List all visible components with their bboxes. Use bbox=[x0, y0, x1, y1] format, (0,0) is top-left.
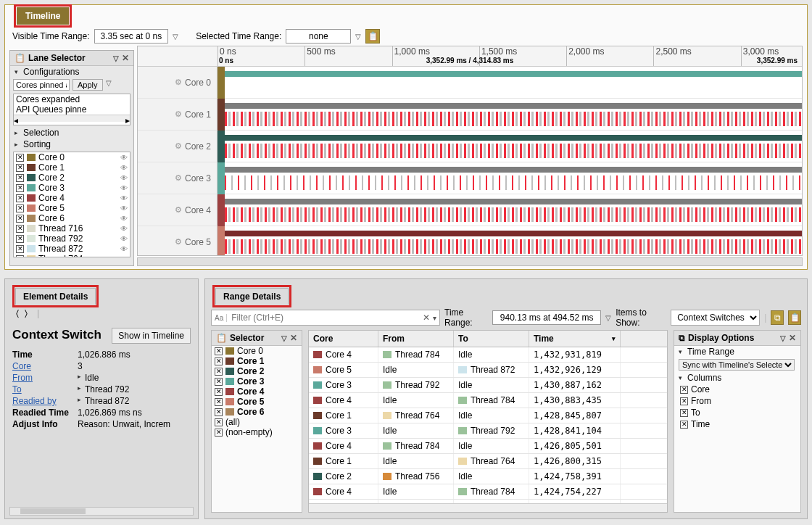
visibility-icon[interactable]: 👁 bbox=[120, 174, 128, 182]
layout-icon[interactable]: ⧉ bbox=[771, 310, 784, 325]
checkbox-icon[interactable]: ✕ bbox=[680, 386, 688, 394]
col-to[interactable]: To bbox=[454, 331, 529, 347]
timeline-lane[interactable]: ⚙Core 1 bbox=[138, 99, 802, 131]
checkbox-icon[interactable]: ✕ bbox=[680, 397, 688, 405]
configurations-row[interactable]: ▾Configurations bbox=[10, 66, 133, 78]
layout-icon[interactable]: ⧉ bbox=[679, 333, 685, 343]
filter-input[interactable] bbox=[230, 310, 423, 325]
column-check-row[interactable]: ✕From bbox=[674, 395, 800, 407]
dropdown-icon[interactable]: ▽ bbox=[113, 54, 119, 62]
timeline-hscrollbar[interactable] bbox=[137, 257, 803, 266]
checkbox-icon[interactable]: ✕ bbox=[16, 245, 24, 253]
dropdown-icon[interactable]: ▽ bbox=[281, 334, 287, 342]
grid-row[interactable]: Core 4IdleThread 7841,430,883,435 bbox=[309, 393, 667, 408]
checkbox-icon[interactable]: ✕ bbox=[16, 154, 24, 162]
timeline-lane[interactable]: ⚙Core 2 bbox=[138, 131, 802, 162]
selector-item[interactable]: ✕Core 5 bbox=[212, 397, 302, 407]
lane-item[interactable]: ✕Thread 716👁 bbox=[14, 223, 130, 233]
lane-track[interactable] bbox=[225, 226, 802, 256]
checkbox-icon[interactable]: ✕ bbox=[215, 408, 223, 416]
grid-hscrollbar[interactable] bbox=[309, 503, 667, 512]
lane-track[interactable] bbox=[225, 131, 802, 162]
checkbox-icon[interactable]: ✕ bbox=[215, 357, 223, 365]
selected-range-value[interactable]: none bbox=[286, 29, 351, 44]
checkbox-icon[interactable]: ✕ bbox=[215, 429, 223, 437]
gear-icon[interactable]: ⚙ bbox=[175, 237, 182, 247]
checkbox-icon[interactable]: ✕ bbox=[16, 184, 24, 192]
selector-item[interactable]: ✕Core 2 bbox=[212, 366, 302, 376]
col-from[interactable]: From bbox=[378, 331, 454, 347]
col-core[interactable]: Core bbox=[309, 331, 378, 347]
grid-row[interactable]: Core 4Thread 784Idle1,432,931,819 bbox=[309, 347, 667, 363]
visibility-icon[interactable]: 👁 bbox=[120, 154, 128, 162]
checkbox-icon[interactable]: ✕ bbox=[215, 398, 223, 406]
checkbox-icon[interactable]: ✕ bbox=[215, 347, 223, 355]
checkbox-icon[interactable]: ✕ bbox=[16, 204, 24, 212]
nav-back-icon[interactable]: 〈 bbox=[11, 308, 20, 321]
range-details-tab[interactable]: Range Details bbox=[215, 288, 289, 305]
checkbox-icon[interactable]: ✕ bbox=[16, 194, 24, 202]
selector-item[interactable]: ✕Core 0 bbox=[212, 346, 302, 356]
selector-item[interactable]: ✕Core 3 bbox=[212, 376, 302, 386]
lane-items-list[interactable]: ✕Core 0👁✕Core 1👁✕Core 2👁✕Core 3👁✕Core 4👁… bbox=[13, 152, 130, 257]
lane-item[interactable]: ✕Core 2👁 bbox=[14, 173, 130, 183]
lane-item[interactable]: ✕Core 5👁 bbox=[14, 203, 130, 213]
time-range-dropdown-icon[interactable]: ▽ bbox=[605, 314, 611, 322]
selector-item[interactable]: ✕Core 6 bbox=[212, 407, 302, 417]
lane-item[interactable]: ✕Core 6👁 bbox=[14, 213, 130, 223]
clipboard-icon[interactable]: 📋 bbox=[216, 333, 227, 343]
lane-track[interactable] bbox=[225, 194, 802, 226]
lane-item[interactable]: ✕Core 1👁 bbox=[14, 162, 130, 173]
visibility-icon[interactable]: 👁 bbox=[120, 245, 128, 253]
grid-row[interactable]: Core 3Thread 792Idle1,430,887,162 bbox=[309, 378, 667, 393]
lane-item[interactable]: ✕Core 0👁 bbox=[14, 152, 130, 162]
lane-track[interactable] bbox=[225, 162, 802, 194]
visibility-icon[interactable]: 👁 bbox=[120, 194, 128, 202]
element-details-tab[interactable]: Element Details bbox=[15, 288, 96, 305]
gear-icon[interactable]: ⚙ bbox=[175, 109, 182, 119]
gear-icon[interactable]: ⚙ bbox=[175, 78, 182, 87]
element-hscrollbar[interactable] bbox=[9, 507, 194, 516]
selector-item[interactable]: ✕(non-empty) bbox=[212, 427, 302, 437]
checkbox-icon[interactable]: ✕ bbox=[16, 235, 24, 243]
filter-dropdown-icon[interactable]: ▾ bbox=[433, 314, 436, 322]
preset-listbox[interactable]: Cores expandedAPI Queues pinne◂▸ bbox=[13, 94, 130, 125]
items-to-show-select[interactable]: Context Switches bbox=[671, 310, 760, 326]
lane-track[interactable] bbox=[225, 67, 802, 98]
checkbox-icon[interactable]: ✕ bbox=[215, 388, 223, 396]
checkbox-icon[interactable]: ✕ bbox=[16, 215, 24, 223]
checkbox-icon[interactable]: ✕ bbox=[16, 174, 24, 182]
grid-row[interactable]: Core 3IdleThread 7921,428,841,104 bbox=[309, 423, 667, 439]
selector-item[interactable]: ✕Core 1 bbox=[212, 356, 302, 366]
lane-track[interactable] bbox=[225, 99, 802, 130]
time-range-value[interactable]: 940.13 ms at 494.52 ms bbox=[492, 310, 601, 325]
timeline-lane[interactable]: ⚙Core 0 bbox=[138, 67, 802, 99]
gear-icon[interactable]: ⚙ bbox=[175, 173, 182, 183]
show-in-timeline-button[interactable]: Show in Timeline bbox=[112, 328, 191, 344]
visibility-icon[interactable]: 👁 bbox=[120, 164, 128, 172]
column-check-row[interactable]: ✕Time bbox=[674, 418, 800, 430]
visibility-icon[interactable]: 👁 bbox=[120, 255, 128, 258]
visibility-icon[interactable]: 👁 bbox=[120, 204, 128, 212]
timeline-lane[interactable]: ⚙Core 3 bbox=[138, 162, 802, 194]
selection-row[interactable]: ▸Selection bbox=[10, 127, 133, 139]
checkbox-icon[interactable]: ✕ bbox=[16, 255, 24, 258]
checkbox-icon[interactable]: ✕ bbox=[215, 418, 223, 426]
close-icon[interactable]: ✕ bbox=[122, 53, 129, 63]
from-key-link[interactable]: From bbox=[12, 373, 78, 383]
checkbox-icon[interactable]: ✕ bbox=[680, 409, 688, 417]
lane-item[interactable]: ✕Thread 764👁 bbox=[14, 254, 130, 257]
grid-row[interactable]: Core 4Thread 784Idle1,426,805,501 bbox=[309, 439, 667, 454]
grid-row[interactable]: Core 5IdleThread 8721,432,926,129 bbox=[309, 363, 667, 378]
timeline-lane[interactable]: ⚙Core 4 bbox=[138, 194, 802, 226]
lane-item[interactable]: ✕Core 3👁 bbox=[14, 183, 130, 193]
columns-section[interactable]: ▾Columns bbox=[674, 372, 800, 384]
selector-list[interactable]: ✕Core 0✕Core 1✕Core 2✕Core 3✕Core 4✕Core… bbox=[212, 346, 302, 512]
sort-icon[interactable]: ▾ bbox=[612, 335, 616, 342]
clear-filter-icon[interactable]: ✕ bbox=[423, 313, 430, 323]
timeline-lane[interactable]: ⚙Core 5 bbox=[138, 226, 802, 256]
column-check-row[interactable]: ✕Core bbox=[674, 384, 800, 395]
checkbox-icon[interactable]: ✕ bbox=[16, 225, 24, 233]
selected-range-dropdown-icon[interactable]: ▽ bbox=[355, 33, 361, 41]
clipboard-icon[interactable]: 📋 bbox=[365, 29, 380, 44]
